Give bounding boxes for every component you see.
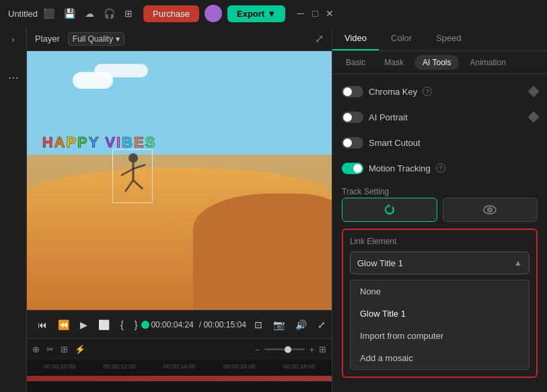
- dropdown-item-none[interactable]: None: [351, 280, 529, 303]
- timeline-magnet-icon[interactable]: ⊞: [61, 344, 68, 354]
- motion-tracking-toggle[interactable]: [342, 163, 363, 174]
- timeline-ruler: 00:00:10:00 00:00:12:00 00:00:14:00 00:0…: [27, 360, 332, 373]
- camera-button[interactable]: 📷: [270, 317, 287, 332]
- track-btn-1[interactable]: [342, 198, 437, 222]
- timeline-grid-icon[interactable]: ⊞: [319, 344, 326, 354]
- track-setting-label: Track Setting: [342, 187, 538, 196]
- zoom-thumb: [285, 346, 291, 353]
- track-refresh-icon: [383, 203, 396, 217]
- cloud-2: [94, 64, 148, 77]
- video-track[interactable]: [27, 376, 332, 381]
- cloud-icon[interactable]: ☁: [85, 8, 94, 19]
- tab-video[interactable]: Video: [332, 27, 379, 50]
- screen-record-button[interactable]: ⊡: [252, 317, 265, 332]
- track-setting-section: Track Setting: [342, 184, 538, 222]
- controls-bar: ⏮ ⏪ ▶ ⬜ { } 00:00:04:24 / 00:00:15:04 ⊡ …: [27, 310, 332, 338]
- ruler-mark-0: 00:00:10:00: [30, 363, 89, 370]
- collapse-arrow[interactable]: ›: [9, 32, 17, 47]
- ai-portrait-row: AI Portrait: [342, 108, 538, 126]
- dropdown-selected-value: Glow Title 1: [357, 258, 403, 268]
- subtab-ai-tools[interactable]: AI Tools: [414, 55, 459, 70]
- motion-tracking-help-icon[interactable]: ?: [436, 163, 445, 173]
- ruler-mark-2: 00:00:14:00: [149, 363, 209, 370]
- track-eye-icon: [483, 205, 497, 214]
- ai-portrait-toggle[interactable]: [342, 112, 363, 123]
- app-title: Untitled: [8, 9, 38, 19]
- purchase-button[interactable]: Purchase: [143, 5, 199, 22]
- dropdown-item-import[interactable]: Import from computer: [351, 325, 529, 347]
- more-options-icon[interactable]: ⋯: [8, 71, 19, 84]
- play-button[interactable]: ▶: [77, 317, 90, 332]
- window-controls: ─ □ ✕: [297, 8, 334, 19]
- headphone-icon[interactable]: 🎧: [104, 8, 115, 19]
- dropdown-item-glow-title[interactable]: Glow Title 1: [351, 303, 529, 325]
- video-preview: HAPPY VIBES: [27, 51, 332, 310]
- minimize-icon[interactable]: ─: [297, 8, 304, 19]
- avatar[interactable]: [205, 5, 222, 22]
- desert-dune-2: [193, 194, 332, 310]
- mark-out-button[interactable]: }: [132, 317, 141, 332]
- quality-select[interactable]: Full Quality ▾: [68, 32, 124, 46]
- subtab-animation[interactable]: Animation: [462, 55, 513, 70]
- smart-cutout-label: Smart Cutout: [369, 138, 421, 148]
- ruler-mark-3: 00:00:16:00: [209, 363, 269, 370]
- main-layout: › ⋯ Player Full Quality ▾ ⤢ HAPPY VIBES: [0, 27, 547, 392]
- track-btn-2[interactable]: [443, 198, 538, 222]
- step-back-button[interactable]: ⏪: [55, 317, 72, 332]
- zoom-bar[interactable]: [264, 348, 305, 350]
- player-bar: Player Full Quality ▾ ⤢: [27, 27, 332, 51]
- close-icon[interactable]: ✕: [326, 8, 334, 19]
- stop-button[interactable]: ⬜: [96, 317, 112, 332]
- motion-tracking-label: Motion Tracking: [369, 163, 431, 173]
- timeline-zoom: － ＋ ⊞: [253, 344, 326, 356]
- timeline-speed-icon[interactable]: ⚡: [75, 344, 85, 354]
- smart-cutout-row: Smart Cutout: [342, 133, 538, 152]
- timeline: ⊕ ✂ ⊞ ⚡ － ＋ ⊞ 00:00:10:00 00:00:12:00 00…: [27, 338, 332, 392]
- monitor-icon[interactable]: ⬛: [43, 8, 54, 19]
- timeline-add-icon[interactable]: ⊕: [32, 344, 40, 354]
- timeline-toolbar: ⊕ ✂ ⊞ ⚡ － ＋ ⊞: [27, 338, 332, 360]
- svg-point-8: [489, 209, 490, 210]
- maximize-icon[interactable]: □: [312, 8, 318, 19]
- tab-speed[interactable]: Speed: [424, 27, 474, 50]
- chroma-key-help-icon[interactable]: ?: [423, 87, 432, 96]
- svg-line-5: [133, 180, 143, 189]
- export-button[interactable]: Export ▼: [227, 5, 285, 22]
- svg-line-3: [133, 165, 145, 169]
- dropdown-arrow-icon: ▲: [514, 258, 522, 268]
- player-expand-icon[interactable]: ⤢: [315, 32, 324, 45]
- progress-thumb: [141, 321, 149, 329]
- dropdown-menu: None Glow Title 1 Import from computer A…: [350, 280, 530, 370]
- chevron-down-icon: ▼: [267, 9, 276, 19]
- subtab-basic[interactable]: Basic: [338, 55, 373, 70]
- zoom-out-icon[interactable]: －: [253, 344, 262, 356]
- tab-color[interactable]: Color: [379, 27, 424, 50]
- ai-portrait-diamond-icon[interactable]: [528, 112, 540, 123]
- grid-icon[interactable]: ⊞: [124, 8, 133, 19]
- svg-line-4: [125, 180, 133, 192]
- track-buttons: [342, 198, 538, 222]
- prev-frame-button[interactable]: ⏮: [35, 317, 50, 332]
- timeline-split-icon[interactable]: ✂: [46, 344, 54, 354]
- link-element-label: Link Element: [350, 237, 530, 246]
- subtab-mask[interactable]: Mask: [376, 55, 412, 70]
- center-panel: Player Full Quality ▾ ⤢ HAPPY VIBES: [27, 27, 332, 392]
- link-element-dropdown[interactable]: Glow Title 1 ▲: [350, 251, 530, 274]
- save-icon[interactable]: 💾: [64, 8, 75, 19]
- smart-cutout-toggle[interactable]: [342, 137, 363, 149]
- player-label: Player: [35, 34, 60, 44]
- happy-vibes-text: HAPPY VIBES: [42, 134, 157, 151]
- timeline-tracks: [27, 373, 332, 392]
- chroma-key-label: Chroma Key: [369, 87, 417, 97]
- dropdown-item-mosaic[interactable]: Add a mosaic: [351, 347, 529, 369]
- left-sidebar: › ⋯: [0, 27, 27, 392]
- fullscreen-button[interactable]: ⤢: [315, 317, 328, 332]
- mark-in-button[interactable]: {: [118, 317, 126, 332]
- chroma-key-diamond-icon[interactable]: [528, 86, 540, 97]
- chevron-down-icon: ▾: [116, 34, 120, 44]
- zoom-in-icon[interactable]: ＋: [307, 344, 316, 356]
- volume-button[interactable]: 🔊: [293, 317, 309, 332]
- person-selection-box: [112, 149, 153, 203]
- chroma-key-toggle[interactable]: [342, 86, 363, 97]
- panel-tabs: Video Color Speed: [332, 27, 547, 51]
